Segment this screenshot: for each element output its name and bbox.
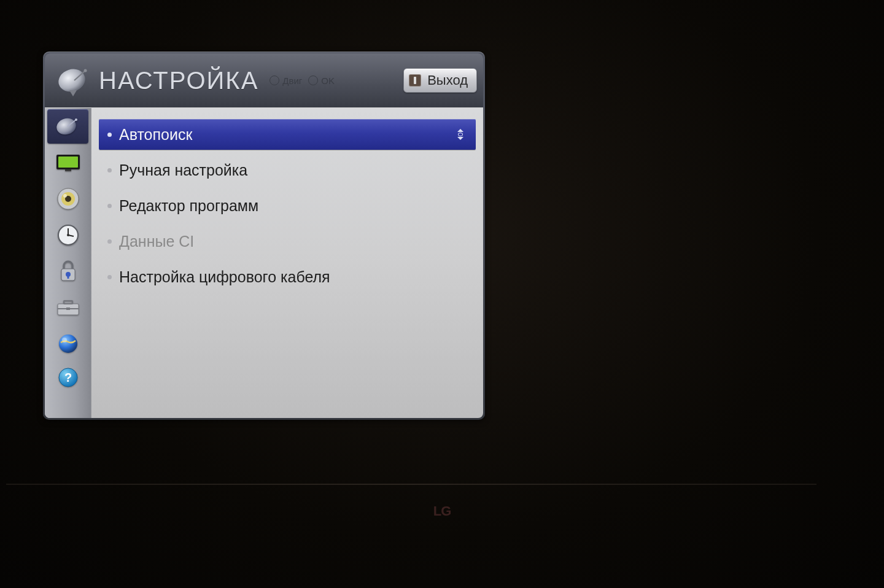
svg-rect-23 [66, 308, 70, 310]
svg-text:?: ? [64, 371, 71, 384]
sidebar: ? [45, 108, 91, 418]
hint-ok: OK [308, 75, 335, 86]
svg-rect-8 [65, 169, 71, 171]
clock-icon [56, 223, 80, 247]
header-icon-dish [45, 53, 104, 107]
exit-button[interactable]: Выход [403, 68, 477, 93]
svg-point-2 [84, 69, 87, 72]
menu-item-label: Автопоиск [119, 126, 192, 144]
sidebar-item-setup[interactable] [47, 109, 88, 144]
svg-rect-7 [58, 157, 78, 168]
picture-icon [55, 153, 81, 172]
menu-item-ci-data: Данные CI [99, 226, 476, 257]
page-title: НАСТРОЙКА [99, 67, 258, 95]
bullet-icon [107, 204, 112, 208]
updown-icon [456, 129, 465, 140]
svg-point-16 [67, 234, 69, 236]
menu-item-program-edit[interactable]: Редактор программ [99, 190, 476, 221]
osd-body: ? Автопоиск Ручная настройка [45, 107, 483, 418]
ok-icon [308, 75, 318, 85]
sidebar-item-support[interactable]: ? [47, 363, 88, 392]
svg-point-12 [63, 194, 67, 198]
sidebar-item-picture[interactable] [47, 145, 88, 180]
exit-icon [409, 74, 421, 87]
svg-point-24 [59, 335, 77, 353]
menu-item-manual-tune[interactable]: Ручная настройка [99, 155, 476, 185]
menu-item-label: Редактор программ [119, 197, 258, 215]
tv-brand-logo: LG [425, 503, 459, 519]
lock-icon [57, 259, 79, 284]
menu-item-digital-cable-setup[interactable]: Настройка цифрового кабеля [99, 261, 476, 292]
osd-header: НАСТРОЙКА Двиг OK Выход [45, 53, 483, 107]
svg-point-5 [75, 118, 77, 121]
menu-item-label: Настройка цифрового кабеля [119, 268, 330, 286]
svg-rect-19 [67, 275, 69, 279]
menu-list: Автопоиск Ручная настройка Редактор прог… [99, 119, 476, 292]
bullet-icon [107, 275, 112, 279]
bezel-divider [6, 484, 816, 485]
bullet-icon [107, 239, 112, 244]
toolbox-icon [55, 298, 81, 317]
sidebar-item-time[interactable] [47, 218, 88, 252]
svg-rect-22 [64, 301, 72, 304]
header-hints: Двиг OK [269, 75, 335, 86]
menu-item-label: Ручная настройка [119, 161, 247, 179]
dpad-icon [269, 75, 279, 85]
svg-point-3 [54, 116, 77, 137]
hint-ok-label: OK [321, 75, 335, 86]
hint-move: Двиг [269, 75, 302, 86]
speaker-icon [56, 187, 80, 211]
sidebar-item-option[interactable] [47, 290, 88, 325]
hint-move-label: Двиг [282, 75, 302, 86]
dish-icon [54, 114, 82, 139]
sidebar-item-network[interactable] [47, 327, 88, 361]
sidebar-item-lock[interactable] [47, 254, 88, 288]
globe-icon [56, 331, 80, 356]
bullet-icon [107, 168, 112, 172]
help-icon: ? [58, 367, 79, 388]
svg-point-25 [62, 338, 67, 342]
osd-window: НАСТРОЙКА Двиг OK Выход [43, 52, 485, 420]
menu-item-autotune[interactable]: Автопоиск [99, 119, 476, 150]
exit-button-label: Выход [427, 72, 468, 88]
menu-item-label: Данные CI [119, 233, 194, 250]
content-pane: Автопоиск Ручная настройка Редактор прог… [91, 108, 483, 418]
bullet-icon [107, 133, 112, 137]
sidebar-item-audio[interactable] [47, 182, 88, 216]
